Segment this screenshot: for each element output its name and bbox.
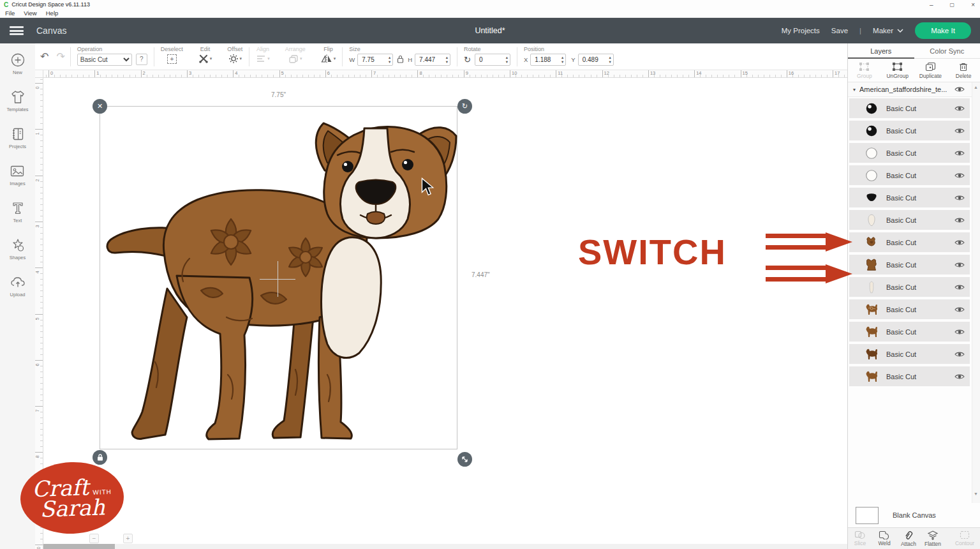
offset-button[interactable]: Offset ▾: [227, 46, 242, 64]
layer-row[interactable]: Basic Cut: [849, 98, 970, 118]
attach-button[interactable]: Attach: [896, 530, 921, 547]
position-y-input[interactable]: 0.489▴▾: [578, 54, 614, 66]
duplicate-button[interactable]: Duplicate: [914, 62, 947, 79]
rotate-icon[interactable]: ↻: [464, 55, 471, 64]
sidebar-item-text[interactable]: Text: [11, 200, 25, 223]
ungroup-button[interactable]: UnGroup: [881, 62, 914, 79]
collapse-triangle-icon[interactable]: ▾: [853, 87, 856, 93]
scrollbar-thumb[interactable]: [43, 544, 115, 549]
visibility-eye-icon[interactable]: [954, 150, 965, 156]
layer-row[interactable]: Basic Cut: [849, 344, 970, 364]
layer-group-header[interactable]: ▾ American_staffordshire_te...: [848, 82, 980, 97]
height-input[interactable]: 7.447▴▾: [415, 54, 450, 66]
redo-icon[interactable]: ↷: [56, 50, 64, 63]
undo-icon[interactable]: ↶: [40, 50, 48, 63]
layer-row[interactable]: Basic Cut: [849, 299, 970, 319]
delete-handle[interactable]: ✕: [93, 99, 107, 114]
visibility-eye-icon[interactable]: [954, 172, 965, 179]
scroll-down-icon[interactable]: ▼: [974, 492, 978, 496]
my-projects-link[interactable]: My Projects: [782, 27, 820, 34]
layer-row[interactable]: Basic Cut: [849, 255, 970, 274]
flatten-button[interactable]: Flatten: [921, 530, 945, 547]
dog-mandala-artwork[interactable]: [100, 107, 458, 450]
visibility-eye-icon[interactable]: [954, 105, 965, 112]
sidebar-item-shapes[interactable]: Shapes: [10, 237, 26, 260]
scroll-up-icon[interactable]: ▲: [974, 85, 978, 89]
edit-button[interactable]: Edit ▾: [198, 46, 212, 64]
visibility-eye-icon[interactable]: [954, 239, 965, 246]
menu-view[interactable]: View: [24, 10, 36, 17]
hamburger-menu-icon[interactable]: [10, 26, 24, 35]
minimize-button[interactable]: –: [930, 1, 933, 8]
position-x-stepper[interactable]: ▴▾: [561, 55, 563, 64]
make-it-button[interactable]: Make It: [915, 22, 971, 39]
layer-row[interactable]: Basic Cut: [849, 232, 970, 252]
layer-row[interactable]: Basic Cut: [849, 366, 970, 386]
align-button[interactable]: Align ▾: [256, 46, 270, 64]
sidebar-item-projects[interactable]: Projects: [9, 126, 26, 149]
layer-row[interactable]: Basic Cut: [849, 210, 970, 230]
position-x-input[interactable]: 1.188▴▾: [530, 54, 566, 66]
visibility-eye-icon[interactable]: [954, 306, 965, 313]
canvas-area[interactable]: 01234567891011121314151617 012345678910 …: [35, 70, 847, 549]
tab-color-sync[interactable]: Color Sync: [914, 43, 980, 58]
position-y-stepper[interactable]: ▴▾: [609, 55, 611, 64]
white-circle-icon: [863, 146, 880, 161]
menu-file[interactable]: File: [5, 10, 15, 17]
tab-layers[interactable]: Layers: [848, 43, 914, 58]
contour-button[interactable]: Contour: [953, 530, 977, 546]
zoom-controls[interactable]: −+: [89, 534, 133, 543]
machine-selector[interactable]: Maker: [873, 27, 903, 34]
lock-handle[interactable]: [93, 450, 107, 465]
layer-row[interactable]: Basic Cut: [849, 322, 970, 342]
blank-canvas-row[interactable]: Blank Canvas: [848, 503, 980, 527]
deselect-button[interactable]: Deselect +: [161, 46, 183, 64]
visibility-eye-icon[interactable]: [954, 217, 965, 223]
panel-scrollbar[interactable]: [972, 82, 980, 504]
document-title: Untitled*: [475, 26, 505, 35]
delete-button[interactable]: Delete: [947, 62, 980, 79]
group-button[interactable]: Group: [848, 62, 881, 79]
visibility-eye-icon[interactable]: [954, 373, 965, 380]
size-lock-icon[interactable]: [397, 55, 404, 64]
weld-button[interactable]: Weld: [872, 530, 896, 546]
layer-row[interactable]: Basic Cut: [849, 121, 970, 140]
sidebar-item-upload[interactable]: Upload: [10, 274, 26, 297]
sidebar-item-images[interactable]: Images: [10, 163, 26, 186]
layer-row[interactable]: Basic Cut: [849, 277, 970, 297]
arrange-button[interactable]: Arrange ▾: [285, 46, 306, 64]
close-button[interactable]: ×: [971, 1, 975, 8]
operation-help-button[interactable]: ?: [136, 54, 147, 65]
width-input[interactable]: 7.75▴▾: [357, 54, 393, 66]
operation-select[interactable]: Basic Cut: [77, 54, 132, 66]
height-stepper[interactable]: ▴▾: [446, 55, 448, 64]
selection-bounding-box[interactable]: [100, 106, 457, 449]
sidebar-item-templates[interactable]: Templates: [6, 89, 28, 112]
horizontal-scrollbar[interactable]: [43, 544, 847, 549]
resize-handle[interactable]: [457, 452, 472, 467]
menu-help[interactable]: Help: [46, 10, 59, 17]
restore-button[interactable]: ▢: [950, 2, 955, 8]
layers-panel: Layers Color Sync Group UnGroup Duplicat…: [847, 43, 980, 549]
sidebar-item-new[interactable]: New: [11, 52, 25, 75]
rotate-stepper[interactable]: ▴▾: [506, 55, 508, 64]
visibility-eye-icon[interactable]: [954, 86, 965, 93]
visibility-eye-icon[interactable]: [954, 351, 965, 357]
layer-row[interactable]: Basic Cut: [849, 165, 970, 185]
group-icon: [859, 62, 870, 71]
panel-tabs: Layers Color Sync: [848, 43, 980, 59]
visibility-eye-icon[interactable]: [954, 329, 965, 335]
visibility-eye-icon[interactable]: [954, 284, 965, 290]
slice-button[interactable]: Slice: [848, 530, 872, 546]
layer-row[interactable]: Basic Cut: [849, 143, 970, 163]
rotate-input[interactable]: 0▴▾: [475, 54, 510, 66]
save-link[interactable]: Save: [831, 27, 848, 34]
visibility-eye-icon[interactable]: [954, 262, 965, 268]
visibility-eye-icon[interactable]: [954, 195, 965, 201]
flip-button[interactable]: Flip ▾: [321, 46, 336, 64]
rotate-handle[interactable]: ↻: [457, 99, 472, 114]
width-stepper[interactable]: ▴▾: [389, 55, 390, 64]
layer-row[interactable]: Basic Cut: [849, 188, 970, 207]
visibility-eye-icon[interactable]: [954, 128, 965, 134]
brown-head-chest-icon: [863, 257, 880, 273]
